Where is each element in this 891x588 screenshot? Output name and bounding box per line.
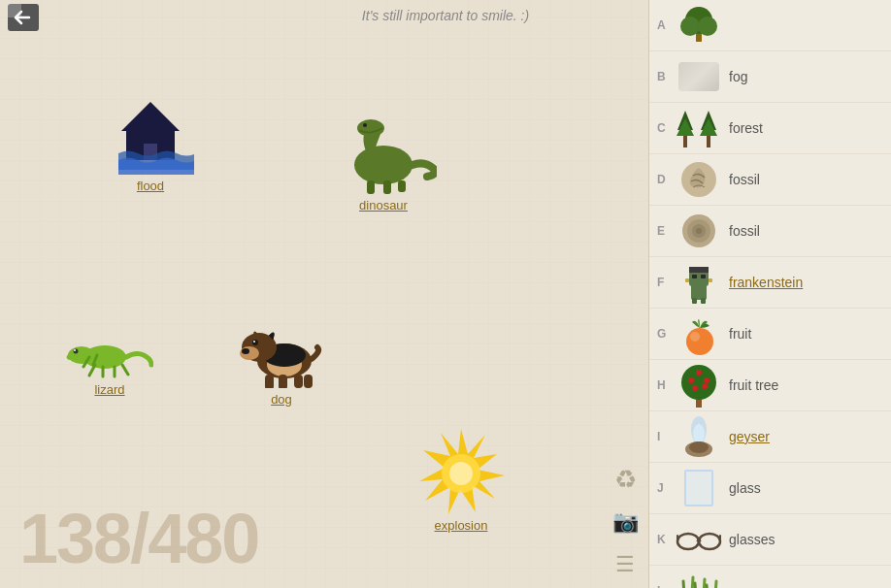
svg-rect-56 (709, 278, 712, 282)
explosion-label: explosion (435, 518, 488, 533)
svg-point-11 (68, 346, 95, 364)
recycle-button[interactable]: ♻ (606, 460, 644, 499)
sidebar-label-forest: forest (729, 120, 763, 136)
svg-rect-29 (279, 375, 287, 388)
svg-point-63 (688, 377, 694, 383)
svg-rect-9 (398, 180, 406, 192)
sidebar-letter-C: C (657, 121, 675, 135)
svg-rect-30 (294, 375, 303, 388)
svg-point-13 (74, 349, 76, 351)
sidebar-letter-A: A (657, 18, 675, 32)
sidebar-icon-frankenstein (675, 261, 723, 304)
svg-point-38 (698, 16, 717, 36)
sidebar: A B fog C (648, 0, 891, 588)
sidebar-item-fog[interactable]: B fog (649, 51, 891, 103)
svg-rect-58 (701, 298, 706, 304)
sidebar-item-A[interactable]: A (649, 0, 891, 51)
dog-icon (238, 310, 325, 388)
sidebar-letter-L: L (657, 584, 675, 588)
svg-line-83 (714, 581, 716, 588)
svg-point-66 (692, 385, 698, 391)
sidebar-item-geyser[interactable]: I geyser (649, 411, 891, 463)
sidebar-letter-J: J (657, 481, 675, 495)
sidebar-label-fruit-tree: fruit tree (729, 377, 778, 393)
sidebar-item-grass[interactable]: L grass (649, 566, 891, 588)
lizard-icon (66, 330, 153, 378)
sidebar-icon-fossil-E (675, 210, 723, 252)
svg-line-79 (691, 577, 693, 588)
sidebar-icon-A (675, 4, 723, 47)
svg-point-49 (696, 228, 702, 234)
tools-panel: ♻ 📷 ☰ (602, 456, 648, 588)
sidebar-letter-E: E (657, 224, 675, 238)
sidebar-label-glass: glass (729, 480, 761, 496)
sidebar-letter-I: I (657, 430, 675, 443)
svg-line-17 (122, 365, 128, 375)
svg-rect-39 (683, 136, 687, 147)
svg-point-73 (699, 534, 720, 549)
sidebar-icon-geyser (675, 415, 723, 458)
svg-line-81 (703, 579, 705, 588)
svg-point-65 (704, 377, 710, 383)
sidebar-item-forest[interactable]: C forest (649, 103, 891, 154)
menu-button[interactable]: ☰ (606, 545, 644, 584)
sidebar-letter-H: H (657, 378, 675, 392)
canvas-item-flood[interactable]: flood (107, 97, 194, 193)
sidebar-label-fog: fog (729, 69, 747, 84)
canvas-item-lizard[interactable]: lizard (66, 330, 153, 397)
svg-point-72 (677, 534, 699, 549)
sidebar-letter-F: F (657, 276, 675, 289)
dog-label: dog (271, 392, 292, 407)
sidebar-item-fossil-D[interactable]: D fossil (649, 154, 891, 206)
svg-point-24 (240, 346, 259, 360)
svg-marker-1 (121, 102, 180, 131)
svg-point-71 (689, 441, 709, 453)
svg-rect-28 (265, 375, 274, 388)
dinosaur-icon (330, 116, 437, 194)
sidebar-item-glass[interactable]: J glass (649, 463, 891, 514)
sidebar-item-frankenstein[interactable]: F frankenstein (649, 257, 891, 309)
svg-line-80 (695, 583, 697, 588)
svg-point-12 (74, 349, 79, 354)
sidebar-item-glasses[interactable]: K glasses (649, 514, 891, 566)
svg-rect-8 (383, 180, 391, 194)
sidebar-label-frankenstein: frankenstein (729, 275, 803, 290)
score-display: 138/480 (19, 499, 258, 578)
sidebar-icon-grass (675, 570, 723, 588)
camera-button[interactable]: 📷 (606, 503, 644, 541)
svg-point-27 (253, 341, 255, 343)
sidebar-label-fossil-E: fossil (729, 223, 760, 239)
sidebar-item-fossil-E[interactable]: E fossil (649, 206, 891, 257)
canvas-item-dog[interactable]: dog (238, 310, 325, 407)
svg-rect-7 (367, 180, 375, 194)
svg-point-26 (252, 340, 258, 345)
dinosaur-label: dinosaur (359, 198, 408, 212)
svg-point-5 (357, 119, 384, 137)
svg-rect-57 (692, 298, 697, 304)
svg-rect-55 (685, 278, 689, 282)
sidebar-letter-D: D (657, 173, 675, 186)
svg-rect-53 (692, 275, 697, 278)
svg-point-4 (354, 146, 412, 184)
svg-point-25 (242, 348, 249, 354)
svg-rect-42 (707, 136, 710, 147)
canvas-item-explosion[interactable]: explosion (417, 427, 505, 533)
sidebar-letter-K: K (657, 533, 675, 546)
sidebar-label-geyser: geyser (729, 429, 770, 444)
canvas-item-dinosaur[interactable]: dinosaur (330, 116, 437, 212)
lizard-label: lizard (94, 382, 124, 397)
flood-icon (107, 97, 194, 175)
svg-rect-52 (689, 267, 709, 273)
canvas-area: flood dinosaur (0, 0, 648, 588)
svg-rect-54 (701, 275, 706, 278)
flood-label: flood (137, 179, 164, 193)
sidebar-letter-B: B (657, 70, 675, 83)
svg-line-78 (683, 581, 685, 588)
svg-point-69 (693, 424, 705, 443)
svg-point-67 (702, 383, 708, 389)
sidebar-letter-G: G (657, 327, 675, 341)
svg-point-37 (680, 16, 700, 36)
tree-detection-region (678, 305, 890, 374)
svg-point-6 (363, 123, 367, 127)
sidebar-label-glasses: glasses (729, 532, 775, 547)
